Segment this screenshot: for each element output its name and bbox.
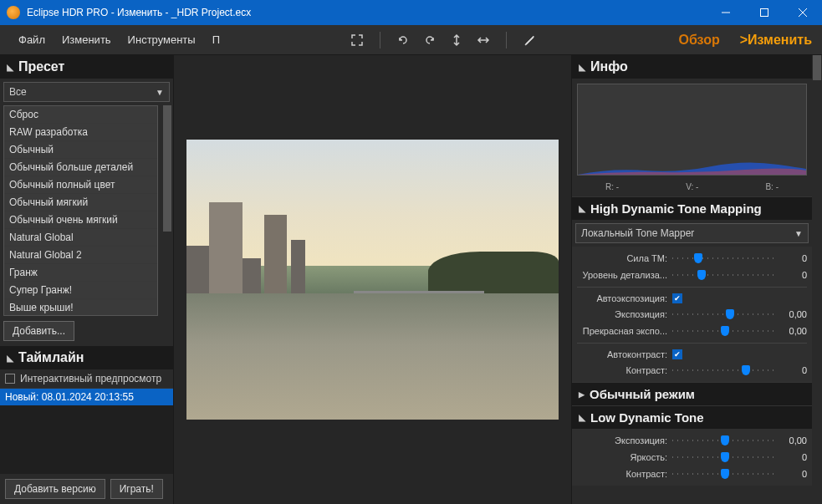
preview-image[interactable] bbox=[186, 140, 559, 420]
preset-panel-header[interactable]: Пресет bbox=[0, 55, 173, 79]
preset-item[interactable]: Обычный больше деталей bbox=[4, 159, 157, 176]
chevron-down-icon: ▼ bbox=[794, 229, 803, 238]
menu-file[interactable]: Файл bbox=[10, 28, 54, 51]
fullscreen-icon[interactable] bbox=[350, 33, 365, 48]
detail-level-slider[interactable] bbox=[672, 269, 777, 281]
exposure-value: 0,00 bbox=[782, 309, 807, 319]
preset-item[interactable]: Обычный полный цвет bbox=[4, 176, 157, 194]
preset-item[interactable]: Сброс bbox=[4, 106, 157, 124]
detail-level-value: 0 bbox=[782, 270, 807, 280]
eyedropper-icon[interactable] bbox=[522, 33, 537, 48]
detail-level-label: Уровень детализа... bbox=[577, 270, 667, 280]
flip-horizontal-icon[interactable] bbox=[476, 33, 491, 48]
fine-exposure-slider[interactable] bbox=[672, 325, 777, 337]
tm-strength-label: Сила ТМ: bbox=[577, 253, 667, 263]
preset-item[interactable]: Обычный мягкий bbox=[4, 194, 157, 211]
contrast-label: Контраст: bbox=[577, 365, 667, 375]
ldt-exposure-label: Экспозиция: bbox=[577, 435, 667, 445]
contrast-value: 0 bbox=[782, 365, 807, 375]
maximize-button[interactable] bbox=[745, 0, 784, 25]
ldt-brightness-label: Яркость: bbox=[577, 452, 667, 462]
preset-filter-value: Все bbox=[9, 86, 27, 98]
ldt-brightness-slider[interactable] bbox=[672, 451, 777, 463]
ldt-brightness-value: 0 bbox=[782, 452, 807, 462]
preset-item[interactable]: Natural Global 2 bbox=[4, 247, 157, 264]
preset-item[interactable]: RAW разработка bbox=[4, 124, 157, 141]
play-button[interactable]: Играть! bbox=[110, 479, 163, 499]
ldt-contrast-slider[interactable] bbox=[672, 468, 777, 480]
preset-scrollbar[interactable] bbox=[161, 105, 173, 316]
normal-mode-section-header[interactable]: Обычный режим bbox=[572, 382, 812, 405]
preset-filter-dropdown[interactable]: Все ▼ bbox=[3, 82, 170, 102]
exposure-slider[interactable] bbox=[672, 308, 777, 320]
preset-item[interactable]: Супер Гранж! bbox=[4, 282, 157, 299]
histogram bbox=[577, 84, 807, 176]
hist-v-label: V: - bbox=[686, 182, 698, 191]
titlebar: Eclipse HDR PRO - Изменить - _HDR Projec… bbox=[0, 0, 822, 25]
timeline-panel-header[interactable]: Таймлайн bbox=[0, 346, 173, 369]
preset-item[interactable]: Выше крыши! bbox=[4, 299, 157, 316]
preset-list: Сброс RAW разработка Обычный Обычный бол… bbox=[3, 105, 158, 316]
interactive-preview-row[interactable]: Интерактивный предпросмотр bbox=[0, 369, 173, 389]
minimize-button[interactable] bbox=[707, 0, 745, 25]
timeline-empty-area bbox=[0, 405, 173, 474]
menu-p[interactable]: П bbox=[204, 28, 228, 51]
exposure-label: Экспозиция: bbox=[577, 309, 667, 319]
info-panel-header[interactable]: Инфо bbox=[572, 55, 812, 79]
tm-strength-slider[interactable] bbox=[672, 252, 777, 264]
autoexposure-checkbox[interactable]: ✔ bbox=[672, 293, 682, 303]
svg-rect-1 bbox=[761, 9, 768, 17]
autocontrast-label: Автоконтраст: bbox=[577, 349, 667, 359]
ldt-contrast-value: 0 bbox=[782, 469, 807, 479]
histogram-labels: R: - V: - B: - bbox=[572, 181, 812, 196]
tone-mapper-value: Локальный Tone Mapper bbox=[581, 227, 694, 239]
preset-item[interactable]: Natural Global bbox=[4, 229, 157, 247]
ldt-contrast-label: Контраст: bbox=[577, 469, 667, 479]
fine-exposure-label: Прекрасная экспо... bbox=[577, 326, 667, 336]
close-button[interactable] bbox=[784, 0, 822, 25]
interactive-preview-checkbox[interactable] bbox=[5, 374, 15, 384]
ldt-exposure-value: 0,00 bbox=[782, 435, 807, 445]
rotate-left-icon[interactable] bbox=[396, 33, 411, 48]
hist-r-label: R: - bbox=[605, 182, 619, 191]
autocontrast-checkbox[interactable]: ✔ bbox=[672, 349, 682, 359]
autoexposure-label: Автоэкспозиция: bbox=[577, 293, 667, 303]
add-preset-button[interactable]: Добавить... bbox=[3, 321, 74, 341]
preset-item[interactable]: Обычный bbox=[4, 141, 157, 159]
right-scrollbar[interactable] bbox=[812, 55, 822, 504]
contrast-slider[interactable] bbox=[672, 364, 777, 376]
preset-item[interactable]: Гранж bbox=[4, 264, 157, 282]
flip-vertical-icon[interactable] bbox=[449, 33, 464, 48]
hist-b-label: B: - bbox=[765, 182, 779, 191]
preset-item[interactable]: Обычный очень мягкий bbox=[4, 211, 157, 229]
menubar: Файл Изменить Инструменты П Обзор >Измен… bbox=[0, 25, 822, 55]
left-panel: Пресет Все ▼ Сброс RAW разработка Обычны… bbox=[0, 55, 174, 504]
rotate-right-icon[interactable] bbox=[422, 33, 437, 48]
app-logo-icon bbox=[7, 6, 20, 19]
window-title: Eclipse HDR PRO - Изменить - _HDR Projec… bbox=[27, 7, 707, 18]
add-version-button[interactable]: Добавить версию bbox=[5, 479, 105, 499]
menu-tools[interactable]: Инструменты bbox=[120, 28, 204, 51]
ldt-section-header[interactable]: Low Dynamic Tone bbox=[572, 405, 812, 429]
canvas-area bbox=[174, 55, 571, 504]
tone-mapper-dropdown[interactable]: Локальный Tone Mapper ▼ bbox=[575, 223, 809, 243]
tab-overview[interactable]: Обзор bbox=[678, 33, 719, 48]
hdtm-section-header[interactable]: High Dynamic Tone Mapping bbox=[572, 196, 812, 220]
menu-edit[interactable]: Изменить bbox=[54, 28, 120, 51]
ldt-exposure-slider[interactable] bbox=[672, 435, 777, 446]
interactive-preview-label: Интерактивный предпросмотр bbox=[20, 373, 161, 384]
chevron-down-icon: ▼ bbox=[156, 88, 164, 97]
right-panel: Инфо R: - V: - B: - High Dynamic Tone Ma… bbox=[571, 55, 822, 504]
fine-exposure-value: 0,00 bbox=[782, 326, 807, 336]
timeline-entry[interactable]: Новый: 08.01.2024 20:13:55 bbox=[0, 389, 173, 405]
tm-strength-value: 0 bbox=[782, 253, 807, 263]
tab-edit[interactable]: >Изменить bbox=[740, 33, 812, 48]
